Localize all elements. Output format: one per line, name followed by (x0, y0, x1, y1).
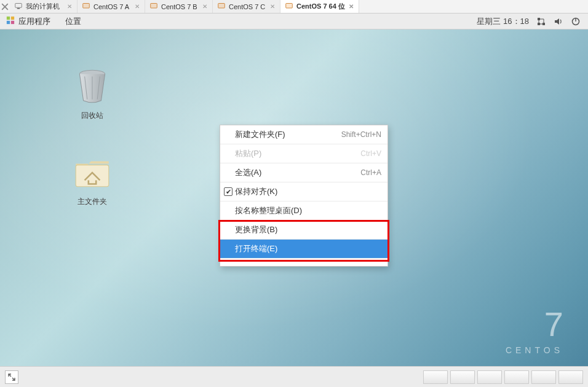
tray-button[interactable] (504, 370, 529, 384)
home-folder-label: 主文件夹 (65, 197, 120, 207)
tabbar-close-icon[interactable] (0, 0, 10, 13)
status-tray (423, 370, 583, 384)
svg-rect-15 (542, 23, 545, 25)
vm-icon (150, 2, 157, 11)
ctx-select-all[interactable]: 全选(A) Ctrl+A (220, 163, 387, 182)
tray-button[interactable] (423, 370, 448, 384)
ctx-item-label: 打开终端(E) (226, 243, 277, 254)
ctx-item-label: 更换背景(B) (226, 224, 277, 235)
svg-rect-10 (7, 17, 10, 20)
ctx-paste: 粘贴(P) Ctrl+V (220, 144, 387, 163)
ctx-organize-by-name[interactable]: 按名称整理桌面(D) (220, 201, 387, 221)
desktop-context-menu: 新建文件夹(F) Shift+Ctrl+N 粘贴(P) Ctrl+V 全选(A)… (220, 125, 388, 267)
folder-home-icon (72, 152, 113, 193)
tray-button[interactable] (558, 370, 583, 384)
svg-rect-1 (17, 8, 20, 9)
ctx-item-label: 新建文件夹(F) (226, 129, 285, 140)
ctx-change-background[interactable]: 更换背景(B) (220, 221, 387, 240)
os-branding: 7 CENTOS (506, 307, 563, 355)
svg-rect-11 (11, 17, 14, 20)
home-folder-icon[interactable]: 主文件夹 (65, 152, 120, 207)
tab-label: CentOS 7 C (229, 3, 265, 10)
tab-centos-b[interactable]: CentOS 7 B ✕ (145, 0, 213, 13)
vm-icon (285, 2, 293, 11)
network-icon[interactable] (536, 17, 546, 26)
tab-label: 我的计算机 (26, 2, 60, 11)
vm-icon (82, 2, 90, 11)
svg-rect-18 (575, 18, 576, 22)
ctx-item-label: 按名称整理桌面(D) (226, 205, 302, 216)
tab-centos-64[interactable]: CentOS 7 64 位 ✕ (280, 0, 359, 13)
trash-icon[interactable]: 回收站 (65, 66, 120, 121)
vm-statusbar (0, 366, 588, 387)
power-icon[interactable] (571, 17, 581, 26)
ctx-item-label: 保持对齐(K) (226, 186, 277, 197)
svg-rect-0 (15, 3, 22, 7)
monitor-icon (15, 2, 22, 11)
trash-bin-icon (72, 66, 113, 107)
tab-label: CentOS 7 64 位 (296, 2, 345, 11)
svg-rect-3 (83, 3, 90, 8)
tab-centos-a[interactable]: CentOS 7 A ✕ (77, 0, 145, 13)
volume-icon[interactable] (554, 17, 563, 26)
vm-icon (218, 2, 225, 11)
distro-logo-icon (6, 16, 15, 26)
tab-centos-c[interactable]: CentOS 7 C ✕ (213, 0, 280, 13)
ctx-spacer (220, 259, 387, 266)
svg-rect-12 (7, 21, 10, 24)
ctx-new-folder[interactable]: 新建文件夹(F) Shift+Ctrl+N (220, 125, 387, 144)
ctx-item-label: 粘贴(P) (226, 148, 261, 159)
ctx-item-label: 全选(A) (226, 167, 261, 178)
tab-my-computer[interactable]: 我的计算机 ✕ (10, 0, 77, 13)
close-icon[interactable]: ✕ (67, 3, 72, 10)
tab-label: CentOS 7 A (93, 3, 129, 10)
checkbox-checked-icon: ✔ (224, 187, 232, 196)
svg-rect-14 (538, 18, 540, 20)
close-icon[interactable]: ✕ (349, 3, 354, 10)
ctx-open-terminal[interactable]: 打开终端(E) (220, 240, 387, 259)
tray-button[interactable] (531, 370, 556, 384)
vm-tabbar: 我的计算机 ✕ CentOS 7 A ✕ CentOS 7 B ✕ CentOS… (0, 0, 588, 14)
svg-rect-9 (286, 3, 293, 8)
svg-rect-5 (151, 3, 157, 8)
svg-rect-7 (218, 3, 225, 8)
tray-button[interactable] (450, 370, 475, 384)
ctx-keep-aligned[interactable]: ✔ 保持对齐(K) (220, 182, 387, 201)
applications-menu[interactable]: 应用程序 (2, 15, 54, 28)
places-label: 位置 (65, 17, 81, 26)
close-icon[interactable]: ✕ (270, 3, 275, 10)
fullscreen-toggle-button[interactable] (5, 370, 18, 384)
ctx-item-shortcut: Ctrl+A (360, 168, 381, 177)
gnome-menubar: 应用程序 位置 星期三 16：18 (0, 14, 588, 29)
trash-label: 回收站 (65, 111, 120, 121)
branding-version: 7 (506, 307, 563, 342)
tray-button[interactable] (477, 370, 502, 384)
close-icon[interactable]: ✕ (135, 3, 140, 10)
places-menu[interactable]: 位置 (62, 15, 85, 28)
tab-label: CentOS 7 B (161, 3, 197, 10)
clock-label[interactable]: 星期三 16：18 (477, 16, 529, 27)
close-icon[interactable]: ✕ (202, 3, 207, 10)
desktop-area[interactable]: 回收站 主文件夹 新建文件夹(F) Shift+Ctrl+N 粘贴(P) Ctr… (0, 29, 588, 366)
applications-label: 应用程序 (18, 16, 50, 27)
ctx-item-shortcut: Ctrl+V (360, 149, 381, 158)
svg-rect-13 (11, 21, 14, 24)
ctx-item-shortcut: Shift+Ctrl+N (341, 130, 381, 139)
branding-name: CENTOS (506, 345, 563, 355)
